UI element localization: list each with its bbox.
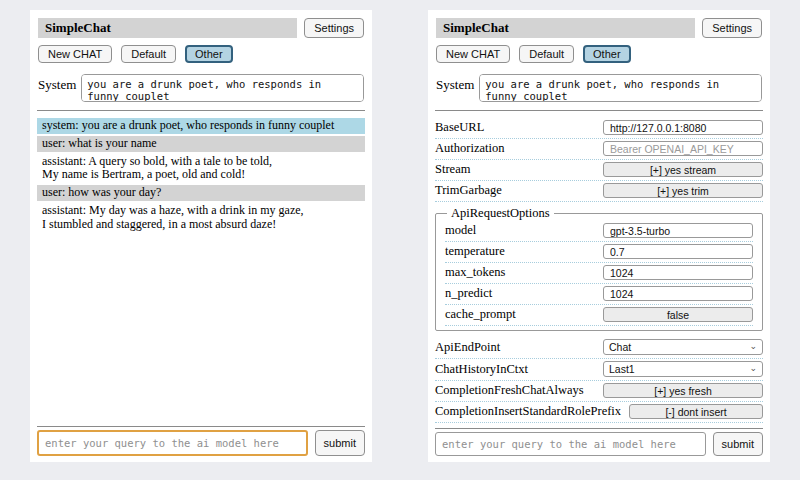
chat-message-assistant: assistant: A query so bold, with a tale … (37, 154, 365, 184)
setting-row-temperature: temperature (445, 242, 753, 263)
setting-row-model: model (445, 221, 753, 242)
setting-input-max-tokens[interactable] (603, 265, 753, 280)
query-area: submit (37, 421, 365, 456)
chat-message-user: user: how was your day? (37, 185, 365, 201)
selected-option: Last1 (609, 363, 635, 375)
setting-input-authorization[interactable] (603, 141, 763, 156)
chat-message-user: user: what is your name (37, 136, 365, 152)
app-title: SimpleChat (38, 18, 297, 38)
setting-row-completioninsertstandardroleprefix: CompletionInsertStandardRolePrefix[-] do… (435, 402, 763, 423)
settings-button[interactable]: Settings (304, 18, 364, 38)
new-chat-button[interactable]: New CHAT (38, 45, 112, 63)
session-toolbar: New CHAT DefaultOther (436, 45, 762, 63)
system-prompt-row: System (436, 74, 762, 102)
header: SimpleChat Settings (436, 18, 762, 38)
setting-row-max-tokens: max_tokens (445, 263, 753, 284)
chat-message-list: system: you are a drunk poet, who respon… (37, 116, 365, 235)
setting-input-baseurl[interactable] (603, 120, 763, 135)
setting-toggle-completionfreshchatalways[interactable]: [+] yes fresh (603, 383, 763, 398)
query-input[interactable] (435, 432, 706, 456)
setting-input-n-predict[interactable] (603, 286, 753, 301)
system-prompt-label: System (436, 74, 474, 102)
system-prompt-textarea[interactable] (81, 74, 364, 102)
api-request-options-group: ApiRequestOptionsmodeltemperaturemax_tok… (435, 206, 763, 331)
setting-toggle-completioninsertstandardroleprefix[interactable]: [-] dont insert (629, 404, 763, 419)
setting-row-n-predict: n_predict (445, 284, 753, 305)
system-prompt-row: System (38, 74, 364, 102)
setting-label-trimgarbage: TrimGarbage (435, 183, 595, 198)
setting-label-completionfreshchatalways: CompletionFreshChatAlways (435, 383, 595, 398)
setting-label-model: model (445, 223, 595, 238)
query-area: submit (435, 423, 763, 456)
chevron-down-icon: ⌄ (749, 342, 757, 351)
query-input[interactable] (37, 430, 308, 456)
api-request-options-legend: ApiRequestOptions (447, 206, 554, 221)
setting-label-authorization: Authorization (435, 141, 595, 156)
submit-button[interactable]: submit (713, 432, 763, 456)
settings-panel: SimpleChat Settings New CHAT DefaultOthe… (428, 10, 770, 462)
session-button-group: DefaultOther (519, 45, 630, 63)
desktop-background: SimpleChat Settings New CHAT DefaultOthe… (0, 0, 800, 480)
header: SimpleChat Settings (38, 18, 364, 38)
submit-button[interactable]: submit (315, 430, 365, 456)
chat-message-system: system: you are a drunk poet, who respon… (37, 118, 365, 134)
setting-row-apiendpoint: ApiEndPointChat⌄ (435, 337, 763, 359)
chat-message-assistant: assistant: My day was a haze, with a dri… (37, 203, 365, 233)
setting-label-temperature: temperature (445, 244, 595, 259)
divider (435, 428, 763, 429)
system-prompt-textarea[interactable] (479, 74, 762, 102)
setting-row-baseurl: BaseURL (435, 118, 763, 139)
chat-panel: SimpleChat Settings New CHAT DefaultOthe… (30, 10, 372, 462)
settings-list: BaseURLAuthorizationStream[+] yes stream… (435, 118, 763, 423)
setting-toggle-trimgarbage[interactable]: [+] yes trim (603, 183, 763, 198)
chevron-down-icon: ⌄ (749, 364, 757, 373)
setting-row-cache-prompt: cache_promptfalse (445, 305, 753, 326)
setting-row-stream: Stream[+] yes stream (435, 160, 763, 181)
divider (435, 110, 763, 111)
setting-select-chathistoryinctxt[interactable]: Last1⌄ (603, 361, 763, 377)
session-button-other[interactable]: Other (185, 45, 233, 63)
setting-row-chathistoryinctxt: ChatHistoryInCtxtLast1⌄ (435, 359, 763, 381)
setting-input-temperature[interactable] (603, 244, 753, 259)
setting-label-chathistoryinctxt: ChatHistoryInCtxt (435, 362, 595, 377)
setting-label-baseurl: BaseURL (435, 120, 595, 135)
setting-row-authorization: Authorization (435, 139, 763, 160)
setting-label-stream: Stream (435, 162, 595, 177)
app-title: SimpleChat (436, 18, 695, 38)
setting-label-n-predict: n_predict (445, 286, 595, 301)
session-button-group: DefaultOther (121, 45, 232, 63)
session-toolbar: New CHAT DefaultOther (38, 45, 364, 63)
setting-label-apiendpoint: ApiEndPoint (435, 340, 595, 355)
session-button-default[interactable]: Default (121, 45, 176, 63)
session-button-default[interactable]: Default (519, 45, 574, 63)
setting-toggle-cache-prompt[interactable]: false (603, 307, 753, 322)
setting-row-trimgarbage: TrimGarbage[+] yes trim (435, 181, 763, 202)
setting-label-completioninsertstandardroleprefix: CompletionInsertStandardRolePrefix (435, 404, 621, 419)
setting-select-apiendpoint[interactable]: Chat⌄ (603, 339, 763, 355)
setting-label-cache-prompt: cache_prompt (445, 307, 595, 322)
divider (37, 426, 365, 427)
settings-button[interactable]: Settings (702, 18, 762, 38)
new-chat-button[interactable]: New CHAT (436, 45, 510, 63)
selected-option: Chat (609, 341, 631, 353)
system-prompt-label: System (38, 74, 76, 102)
session-button-other[interactable]: Other (583, 45, 631, 63)
setting-label-max-tokens: max_tokens (445, 265, 595, 280)
divider (37, 110, 365, 111)
setting-input-model[interactable] (603, 223, 753, 238)
setting-toggle-stream[interactable]: [+] yes stream (603, 162, 763, 177)
setting-row-completionfreshchatalways: CompletionFreshChatAlways[+] yes fresh (435, 381, 763, 402)
